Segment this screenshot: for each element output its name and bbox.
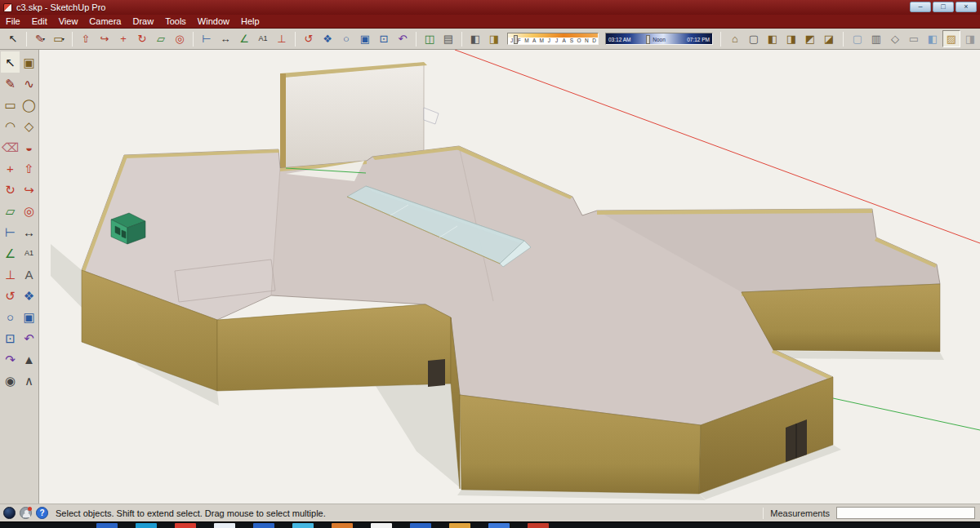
offset-tool-button[interactable]: ◎ [20,200,38,221]
menu-item-draw[interactable]: Draw [127,15,159,28]
axes-tool-button[interactable]: ⊥ [273,30,291,47]
axes-tool-button[interactable]: ⊥ [1,264,20,285]
menu-item-tools[interactable]: Tools [159,15,192,28]
taskbar-app-chip[interactable] [528,523,549,528]
taskbar-app-chip[interactable] [332,523,353,528]
polygon-tool-button[interactable]: ◇ [20,115,38,136]
orbit-tool-button[interactable]: ↺ [1,285,20,306]
zoom-extents-tool-button[interactable]: ⊡ [1,327,20,348]
shadow-month-slider[interactable]: JFMAMJJASOND [507,33,599,45]
month-slider-handle[interactable] [514,35,518,44]
view-right-button[interactable]: ◨ [782,30,800,47]
style-back-edges-button[interactable]: ▥ [867,30,885,47]
taskbar-app-chip[interactable] [175,523,196,528]
move-tool-button[interactable]: + [1,158,20,179]
maximize-button[interactable]: □ [933,2,954,12]
menu-item-file[interactable]: File [0,15,26,28]
protractor-tool-button[interactable]: ∠ [1,242,20,264]
minimize-button[interactable]: – [910,2,931,12]
style-monochrome-button[interactable]: ◨ [961,30,979,47]
style-wireframe-button[interactable]: ◇ [886,30,904,47]
taskbar-app-chip[interactable] [371,523,392,528]
status-globe-button[interactable] [3,507,16,519]
view-left-button[interactable]: ◪ [820,30,838,47]
circle-tool-button[interactable]: ◯ [20,94,38,115]
pan-tool-button[interactable]: ❖ [318,30,336,47]
look-around-tool-button[interactable]: ◉ [1,370,20,391]
next-view-tool-button[interactable]: ↷ [1,348,20,370]
status-person-button[interactable] [20,507,32,519]
dimension-tool-button[interactable]: ↔ [216,30,234,47]
rectangle-tool-button[interactable]: ▭ [1,94,20,115]
zoom-extents-tool-button[interactable]: ⊡ [375,30,393,47]
pan-tool-button[interactable]: ❖ [20,285,38,306]
shadow-settings-button[interactable]: ◧ [466,30,484,47]
zoom-window-tool-button[interactable]: ▣ [356,30,374,47]
eraser-tool-button[interactable]: ⌫ [1,136,20,158]
taskbar-app-chip[interactable] [449,523,470,528]
line-tool-button[interactable]: ✎▾ [31,30,49,47]
protractor-tool-button[interactable]: ∠ [235,30,253,47]
offset-tool-button[interactable]: ◎ [171,30,189,47]
rotate-tool-button[interactable]: ↻ [1,179,20,200]
menu-item-edit[interactable]: Edit [26,15,53,28]
3d-text-tool-button[interactable]: A [20,264,38,285]
push-pull-tool-button[interactable]: ⇧ [77,30,95,47]
taskbar-app-chip[interactable] [96,523,118,528]
time-slider-handle[interactable] [646,35,650,44]
follow-me-tool-button[interactable]: ↪ [96,30,114,47]
text-tool-button[interactable]: A1 [20,242,38,264]
taskbar-app-chip[interactable] [253,523,274,528]
text-tool-button[interactable]: A1 [254,30,272,47]
measurements-input[interactable] [836,507,975,519]
viewport-canvas[interactable] [39,50,980,504]
zoom-tool-button[interactable]: ○ [1,306,20,327]
select-tool-button[interactable]: ↖ [4,30,22,47]
zoom-window-tool-button[interactable]: ▣ [20,306,38,327]
position-camera-tool-button[interactable]: ▲ [20,348,38,370]
model-view[interactable] [39,50,980,504]
make-component-tool-button[interactable]: ▣ [20,51,38,73]
taskbar-app-chip[interactable] [214,523,235,528]
paint-bucket-tool-button[interactable]: ◒ [20,136,38,158]
line-tool-button[interactable]: ✎ [1,73,20,94]
menu-item-view[interactable]: View [53,15,84,28]
menu-item-camera[interactable]: Camera [83,15,127,28]
shapes-tool-button[interactable]: ▭▾ [50,30,68,47]
close-button[interactable]: × [956,2,977,12]
style-xray-button[interactable]: ▢ [849,30,866,47]
taskbar-app-chip[interactable] [292,523,314,528]
status-help-button[interactable]: ? [36,507,48,519]
view-front-button[interactable]: ◧ [764,30,782,47]
rotate-tool-button[interactable]: ↻ [133,30,151,47]
tape-measure-tool-button[interactable]: ⊢ [1,221,20,242]
taskbar-app-chip[interactable] [488,523,510,528]
menu-item-help[interactable]: Help [235,15,265,28]
shapes-tool-dropdown-icon[interactable]: ▾ [62,36,65,42]
style-shaded-button[interactable]: ◧ [924,30,942,47]
shadow-toggle-button[interactable]: ◨ [485,30,503,47]
scale-tool-button[interactable]: ▱ [1,200,20,221]
style-shaded-textures-button[interactable]: ▨ [942,30,960,47]
building-model[interactable] [82,62,940,494]
freehand-tool-button[interactable]: ∿ [20,73,38,94]
windows-taskbar[interactable] [0,521,980,528]
shadow-time-slider[interactable]: 03:12 AM Noon 07:12 PM [605,33,713,45]
taskbar-app-chip[interactable] [136,523,157,528]
previous-view-tool-button[interactable]: ↶ [394,30,412,47]
zoom-tool-button[interactable]: ○ [337,30,355,47]
scale-tool-button[interactable]: ▱ [152,30,170,47]
select-tool-button[interactable]: ↖ [1,51,20,73]
section-plane-tool-button[interactable]: ◫ [421,30,439,47]
dimension-tool-button[interactable]: ↔ [20,221,38,242]
walk-tool-button[interactable]: ∧ [20,370,38,391]
taskbar-app-chip[interactable] [410,523,431,528]
view-top-button[interactable]: ▢ [745,30,763,47]
arc-tool-button[interactable]: ◠ [1,115,20,136]
section-cuts-toggle-button[interactable]: ▤ [439,30,457,47]
line-tool-dropdown-icon[interactable]: ▾ [42,36,45,42]
move-tool-button[interactable]: + [114,30,132,47]
tape-measure-tool-button[interactable]: ⊢ [198,30,216,47]
push-pull-tool-button[interactable]: ⇧ [20,158,38,179]
view-back-button[interactable]: ◩ [801,30,819,47]
